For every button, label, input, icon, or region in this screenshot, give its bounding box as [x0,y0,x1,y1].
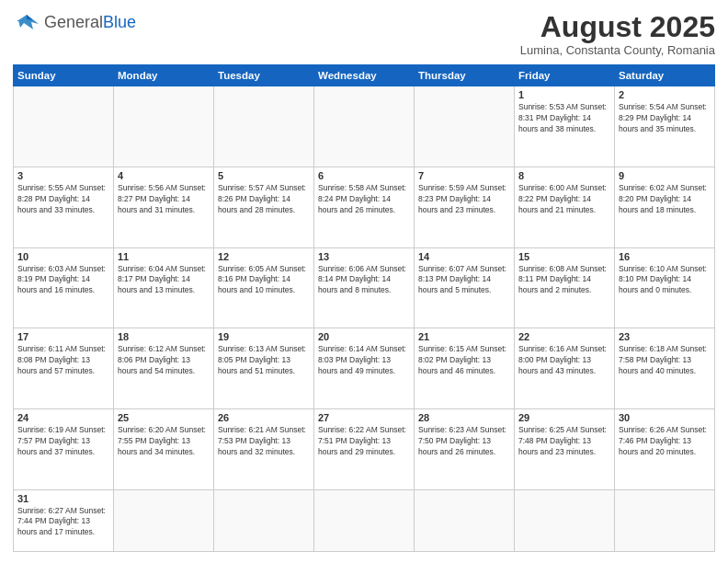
table-row: 27Sunrise: 6:22 AM Sunset: 7:51 PM Dayli… [314,408,415,489]
day-number: 1 [518,89,610,100]
day-number: 8 [518,170,610,181]
day-number: 15 [518,251,610,262]
table-row: 29Sunrise: 6:25 AM Sunset: 7:48 PM Dayli… [515,408,615,489]
day-number: 31 [17,493,109,504]
table-row [415,489,515,551]
table-row [14,86,114,167]
table-row [214,86,314,167]
day-number: 2 [619,89,711,100]
header: GeneralBlue August 2025 Lumina, Constant… [13,11,715,57]
day-number: 26 [218,412,310,423]
table-row: 23Sunrise: 6:18 AM Sunset: 7:58 PM Dayli… [615,328,715,409]
day-number: 9 [619,170,711,181]
day-number: 16 [619,251,711,262]
logo: GeneralBlue [13,11,136,33]
day-info: Sunrise: 6:20 AM Sunset: 7:55 PM Dayligh… [118,425,210,458]
day-number: 23 [619,331,711,342]
day-number: 4 [118,170,210,181]
day-number: 14 [418,251,510,262]
table-row: 26Sunrise: 6:21 AM Sunset: 7:53 PM Dayli… [214,408,314,489]
day-info: Sunrise: 6:02 AM Sunset: 8:20 PM Dayligh… [619,183,711,216]
table-row: 18Sunrise: 6:12 AM Sunset: 8:06 PM Dayli… [114,328,214,409]
svg-marker-1 [27,15,33,20]
day-number: 12 [218,251,310,262]
calendar-week-row: 1Sunrise: 5:53 AM Sunset: 8:31 PM Daylig… [14,86,715,167]
table-row: 31Sunrise: 6:27 AM Sunset: 7:44 PM Dayli… [14,489,114,551]
table-row [415,86,515,167]
table-row [114,489,214,551]
logo-text: GeneralBlue [44,14,136,30]
day-info: Sunrise: 5:53 AM Sunset: 8:31 PM Dayligh… [518,102,610,135]
table-row: 2Sunrise: 5:54 AM Sunset: 8:29 PM Daylig… [615,86,715,167]
day-info: Sunrise: 6:12 AM Sunset: 8:06 PM Dayligh… [118,344,210,377]
calendar-header-thursday: Thursday [415,65,515,86]
day-info: Sunrise: 5:59 AM Sunset: 8:23 PM Dayligh… [418,183,510,216]
day-info: Sunrise: 6:00 AM Sunset: 8:22 PM Dayligh… [518,183,610,216]
day-info: Sunrise: 6:03 AM Sunset: 8:19 PM Dayligh… [17,264,109,297]
table-row: 22Sunrise: 6:16 AM Sunset: 8:00 PM Dayli… [515,328,615,409]
table-row: 25Sunrise: 6:20 AM Sunset: 7:55 PM Dayli… [114,408,214,489]
table-row [214,489,314,551]
table-row [114,86,214,167]
table-row: 4Sunrise: 5:56 AM Sunset: 8:27 PM Daylig… [114,167,214,247]
svg-marker-0 [13,15,39,29]
day-info: Sunrise: 6:13 AM Sunset: 8:05 PM Dayligh… [218,344,310,377]
table-row: 19Sunrise: 6:13 AM Sunset: 8:05 PM Dayli… [214,328,314,409]
day-info: Sunrise: 6:06 AM Sunset: 8:14 PM Dayligh… [318,264,410,297]
table-row: 10Sunrise: 6:03 AM Sunset: 8:19 PM Dayli… [14,247,114,328]
table-row: 12Sunrise: 6:05 AM Sunset: 8:16 PM Dayli… [214,247,314,328]
calendar-week-row: 10Sunrise: 6:03 AM Sunset: 8:19 PM Dayli… [14,247,715,328]
month-year: August 2025 [520,11,715,43]
calendar-table: SundayMondayTuesdayWednesdayThursdayFrid… [13,64,715,552]
day-info: Sunrise: 6:14 AM Sunset: 8:03 PM Dayligh… [318,344,410,377]
day-number: 21 [418,331,510,342]
calendar-week-row: 31Sunrise: 6:27 AM Sunset: 7:44 PM Dayli… [14,489,715,551]
day-info: Sunrise: 6:10 AM Sunset: 8:10 PM Dayligh… [619,264,711,297]
day-number: 19 [218,331,310,342]
day-number: 24 [17,412,109,423]
table-row: 20Sunrise: 6:14 AM Sunset: 8:03 PM Dayli… [314,328,415,409]
table-row: 30Sunrise: 6:26 AM Sunset: 7:46 PM Dayli… [615,408,715,489]
day-info: Sunrise: 6:11 AM Sunset: 8:08 PM Dayligh… [17,344,109,377]
day-info: Sunrise: 6:15 AM Sunset: 8:02 PM Dayligh… [418,344,510,377]
day-number: 22 [518,331,610,342]
day-number: 6 [318,170,410,181]
calendar-week-row: 17Sunrise: 6:11 AM Sunset: 8:08 PM Dayli… [14,328,715,409]
day-info: Sunrise: 6:07 AM Sunset: 8:13 PM Dayligh… [418,264,510,297]
calendar-header-tuesday: Tuesday [214,65,314,86]
day-info: Sunrise: 5:57 AM Sunset: 8:26 PM Dayligh… [218,183,310,216]
day-number: 13 [318,251,410,262]
day-number: 5 [218,170,310,181]
day-info: Sunrise: 5:54 AM Sunset: 8:29 PM Dayligh… [619,102,711,135]
day-number: 20 [318,331,410,342]
day-info: Sunrise: 6:25 AM Sunset: 7:48 PM Dayligh… [518,425,610,458]
calendar-header-sunday: Sunday [14,65,114,86]
table-row [314,86,415,167]
day-info: Sunrise: 5:55 AM Sunset: 8:28 PM Dayligh… [17,183,109,216]
table-row: 3Sunrise: 5:55 AM Sunset: 8:28 PM Daylig… [14,167,114,247]
calendar-header-row: SundayMondayTuesdayWednesdayThursdayFrid… [14,65,715,86]
day-info: Sunrise: 5:58 AM Sunset: 8:24 PM Dayligh… [318,183,410,216]
day-info: Sunrise: 6:19 AM Sunset: 7:57 PM Dayligh… [17,425,109,458]
day-number: 18 [118,331,210,342]
logo-general: General [44,13,103,31]
table-row: 7Sunrise: 5:59 AM Sunset: 8:23 PM Daylig… [415,167,515,247]
calendar-week-row: 3Sunrise: 5:55 AM Sunset: 8:28 PM Daylig… [14,167,715,247]
table-row: 6Sunrise: 5:58 AM Sunset: 8:24 PM Daylig… [314,167,415,247]
logo-blue: Blue [103,13,136,31]
day-info: Sunrise: 6:27 AM Sunset: 7:44 PM Dayligh… [17,506,109,539]
day-info: Sunrise: 6:08 AM Sunset: 8:11 PM Dayligh… [518,264,610,297]
calendar-header-friday: Friday [515,65,615,86]
table-row: 24Sunrise: 6:19 AM Sunset: 7:57 PM Dayli… [14,408,114,489]
day-info: Sunrise: 6:16 AM Sunset: 8:00 PM Dayligh… [518,344,610,377]
table-row: 17Sunrise: 6:11 AM Sunset: 8:08 PM Dayli… [14,328,114,409]
day-info: Sunrise: 6:26 AM Sunset: 7:46 PM Dayligh… [619,425,711,458]
table-row [314,489,415,551]
day-number: 7 [418,170,510,181]
table-row: 15Sunrise: 6:08 AM Sunset: 8:11 PM Dayli… [515,247,615,328]
day-info: Sunrise: 5:56 AM Sunset: 8:27 PM Dayligh… [118,183,210,216]
table-row: 5Sunrise: 5:57 AM Sunset: 8:26 PM Daylig… [214,167,314,247]
table-row: 28Sunrise: 6:23 AM Sunset: 7:50 PM Dayli… [415,408,515,489]
day-info: Sunrise: 6:04 AM Sunset: 8:17 PM Dayligh… [118,264,210,297]
day-info: Sunrise: 6:05 AM Sunset: 8:16 PM Dayligh… [218,264,310,297]
